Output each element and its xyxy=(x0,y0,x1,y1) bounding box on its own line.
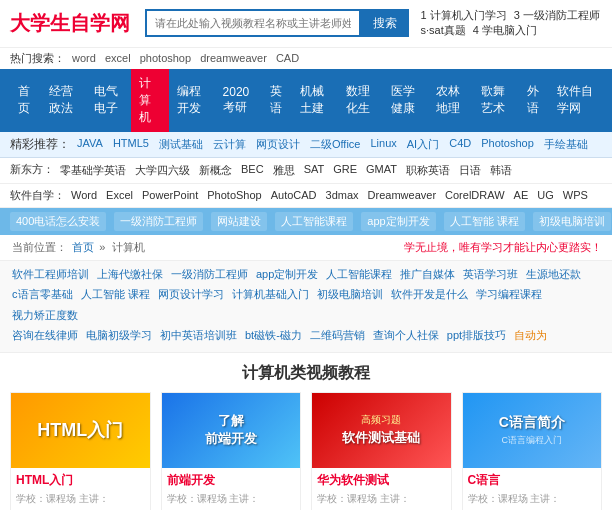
nav-yixue[interactable]: 医学健康 xyxy=(383,77,428,123)
lc-promote[interactable]: 推广自媒体 xyxy=(398,266,457,283)
course-card-huawei[interactable]: 高频习题 软件测试基础 华为软件测试 学校：课程场 主讲： xyxy=(311,392,452,510)
lc-pc-basic[interactable]: 电脑初级学习 xyxy=(84,327,154,344)
ad-website[interactable]: 网站建设 xyxy=(211,212,267,231)
tag-japanese[interactable]: 日语 xyxy=(456,162,484,179)
lc-english-class[interactable]: 英语学习班 xyxy=(461,266,520,283)
nav-jingying[interactable]: 经营政法 xyxy=(41,77,86,123)
tag-office[interactable]: 二级Office xyxy=(307,136,364,153)
lc-webdesign[interactable]: 网页设计学习 xyxy=(156,286,226,303)
tag-wps[interactable]: WPS xyxy=(560,188,591,203)
nav-dianqi[interactable]: 电气电子 xyxy=(86,77,131,123)
tag-c4d[interactable]: C4D xyxy=(446,136,474,153)
search-button[interactable]: 搜索 xyxy=(361,9,409,37)
tag-ae[interactable]: AE xyxy=(511,188,532,203)
lc-software-training[interactable]: 软件工程师培训 xyxy=(10,266,91,283)
course-title-huawei: 华为软件测试 xyxy=(317,472,446,489)
lc-what-dev[interactable]: 软件开发是什么 xyxy=(389,286,470,303)
tag-sat[interactable]: SAT xyxy=(301,162,328,179)
nav-home[interactable]: 首页 xyxy=(10,77,41,123)
search-input[interactable] xyxy=(145,9,361,37)
tag-ppt[interactable]: PowerPoint xyxy=(139,188,201,203)
nav-yingyu[interactable]: 英语 xyxy=(262,77,293,123)
ad-ai-course[interactable]: 人工智能课程 xyxy=(275,212,353,231)
hot-search-word[interactable]: word xyxy=(72,52,96,64)
lc-c-basic[interactable]: c语言零基础 xyxy=(10,286,75,303)
tag-autocad[interactable]: AutoCAD xyxy=(268,188,320,203)
lc-beginner-pc[interactable]: 初级电脑培训 xyxy=(315,286,385,303)
lc-fire-engineer[interactable]: 一级消防工程师 xyxy=(169,266,250,283)
ad-app-dev[interactable]: app定制开发 xyxy=(361,212,435,231)
tag-cloud[interactable]: 云计算 xyxy=(210,136,249,153)
lc-auto[interactable]: 自动为 xyxy=(512,327,549,344)
nav-jixie[interactable]: 机械土建 xyxy=(292,77,337,123)
lc-vision[interactable]: 视力矫正度数 xyxy=(10,307,80,324)
breadcrumb-row: 当前位置： 首页 » 计算机 学无止境，唯有学习才能让内心更踏实！ xyxy=(0,235,612,261)
tag-dreamweaver[interactable]: Dreamweaver xyxy=(365,188,439,203)
nav-jisuanji[interactable]: 计算机 xyxy=(131,69,169,132)
ad-fire[interactable]: 一级消防工程师 xyxy=(114,212,203,231)
lc-qrcode[interactable]: 二维码营销 xyxy=(308,327,367,344)
tag-zero-english[interactable]: 零基础学英语 xyxy=(57,162,129,179)
tag-word[interactable]: Word xyxy=(68,188,100,203)
tag-ai[interactable]: AI入门 xyxy=(404,136,442,153)
nav-nongling[interactable]: 农林地理 xyxy=(428,77,473,123)
nav-biancheng[interactable]: 编程开发 xyxy=(169,77,214,123)
lc-student-loan[interactable]: 生源地还款 xyxy=(524,266,583,283)
nav-kaoyan[interactable]: 2020考研 xyxy=(215,79,262,122)
tag-drawing[interactable]: 手绘基础 xyxy=(541,136,591,153)
tag-testing[interactable]: 测试基础 xyxy=(156,136,206,153)
tag-ug[interactable]: UG xyxy=(534,188,557,203)
ad-computer-basic[interactable]: 初级电脑培训 xyxy=(533,212,611,231)
tag-3dmax[interactable]: 3dmax xyxy=(323,188,362,203)
top-link-4[interactable]: 4 学电脑入门 xyxy=(473,24,537,36)
course-card-frontend[interactable]: 了解前端开发 前端开发 学校：课程场 主讲： xyxy=(161,392,302,510)
tag-row-2: 软件自学： Word Excel PowerPoint PhotoShop Au… xyxy=(0,184,612,208)
lc-social-insurance[interactable]: 上海代缴社保 xyxy=(95,266,165,283)
top-link-1[interactable]: 1 计算机入门学习 xyxy=(421,9,507,21)
tag-coreldraw[interactable]: CorelDRAW xyxy=(442,188,508,203)
ad-ai2[interactable]: 人工智能 课程 xyxy=(444,212,525,231)
tag-html5[interactable]: HTML5 xyxy=(110,136,152,153)
tag-gre[interactable]: GRE xyxy=(330,162,360,179)
course-card-c[interactable]: C语言简介 C语言编程入门 C语言 学校：课程场 主讲： xyxy=(462,392,603,510)
link-cloud-row3: 咨询在线律师 电脑初级学习 初中英语培训班 bt磁铁-磁力 二维码营销 查询个人… xyxy=(10,327,602,344)
hot-search-photoshop[interactable]: photoshop xyxy=(140,52,191,64)
lc-app-custom[interactable]: app定制开发 xyxy=(254,266,320,283)
hot-search-dreamweaver[interactable]: dreamweaver xyxy=(200,52,267,64)
breadcrumb-home[interactable]: 首页 xyxy=(72,241,94,253)
lc-comp-basic[interactable]: 计算机基础入门 xyxy=(230,286,311,303)
lc-ai-course2[interactable]: 人工智能 课程 xyxy=(79,286,152,303)
course-card-html[interactable]: HTML入门 HTML入门 学校：课程场 主讲： xyxy=(10,392,151,510)
tag-cet[interactable]: 大学四六级 xyxy=(132,162,193,179)
top-link-3[interactable]: 3 一级消防工程师 xyxy=(514,9,600,21)
lc-english-train[interactable]: 初中英语培训班 xyxy=(158,327,239,344)
lc-learn-prog[interactable]: 学习编程课程 xyxy=(474,286,544,303)
tag-new-concept[interactable]: 新概念 xyxy=(196,162,235,179)
nav-waiyu[interactable]: 外语 xyxy=(519,77,550,123)
tag-webdesign[interactable]: 网页设计 xyxy=(253,136,303,153)
lc-bt[interactable]: bt磁铁-磁力 xyxy=(243,327,304,344)
tag-korean[interactable]: 韩语 xyxy=(487,162,515,179)
tag-zhicheng[interactable]: 职称英语 xyxy=(403,162,453,179)
tag-excel[interactable]: Excel xyxy=(103,188,136,203)
tag-photoshop2[interactable]: PhotoShop xyxy=(204,188,264,203)
lc-lawyer[interactable]: 咨询在线律师 xyxy=(10,327,80,344)
tag-linux[interactable]: Linux xyxy=(367,136,399,153)
tag-photoshop[interactable]: Photoshop xyxy=(478,136,537,153)
tag-gmat[interactable]: GMAT xyxy=(363,162,400,179)
top-link-sat[interactable]: s·sat真题 xyxy=(421,24,466,36)
tag-java[interactable]: JAVA xyxy=(74,136,106,153)
nav-ruanjian[interactable]: 软件自学网 xyxy=(549,77,602,123)
nav-gewu[interactable]: 歌舞艺术 xyxy=(473,77,518,123)
nav-shuli[interactable]: 数理化生 xyxy=(338,77,383,123)
lc-ppt[interactable]: ppt排版技巧 xyxy=(445,327,508,344)
tag-bec[interactable]: BEC xyxy=(238,162,267,179)
lc-ai-course[interactable]: 人工智能课程 xyxy=(324,266,394,283)
logo-text: 大学生自学网 xyxy=(10,12,130,34)
lc-social-query[interactable]: 查询个人社保 xyxy=(371,327,441,344)
hot-search-cad[interactable]: CAD xyxy=(276,52,299,64)
tag-yasit[interactable]: 雅思 xyxy=(270,162,298,179)
hot-search-excel[interactable]: excel xyxy=(105,52,131,64)
ad-400phone[interactable]: 400电话怎么安装 xyxy=(10,212,106,231)
main-nav: 首页 经营政法 电气电子 计算机 编程开发 2020考研 英语 机械土建 数理化… xyxy=(0,69,612,132)
